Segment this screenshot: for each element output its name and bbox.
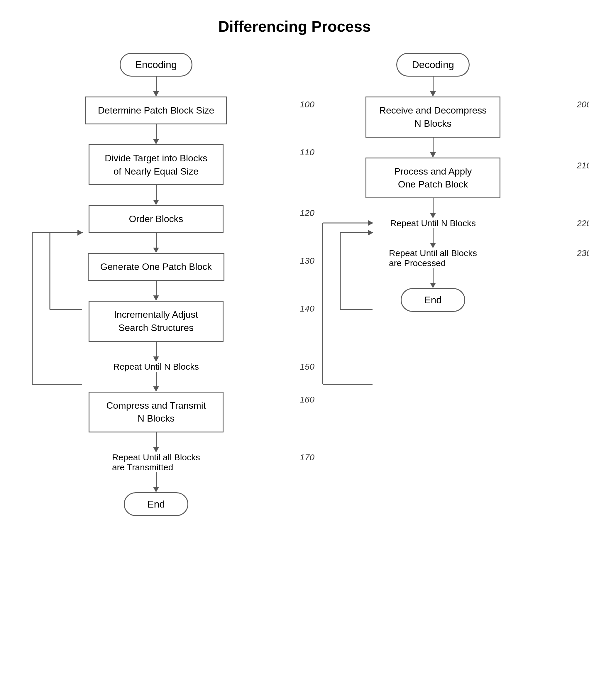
arrow-dec-4: [430, 268, 436, 288]
decoding-end-oval: End: [401, 288, 465, 312]
encoding-end: End: [36, 492, 276, 516]
dec-label-220: 220: [577, 218, 589, 228]
dec-label-200: 200: [577, 100, 589, 110]
enc-label-130: 130: [300, 256, 315, 266]
encoding-start: Encoding: [36, 53, 276, 76]
arrow-dec-2: [430, 198, 436, 218]
enc-label-150: 150: [300, 362, 315, 372]
enc-step-100: Determine Patch Block Size: [85, 97, 227, 124]
enc-inner-loop: Generate One Patch Block 130 Incremental…: [36, 253, 276, 371]
dec-step-230: Repeat Until all Blocksare Processed: [386, 248, 480, 268]
arrow-enc-8: [153, 472, 159, 492]
enc-label-110: 110: [300, 147, 315, 157]
arrow-enc-0: [153, 76, 159, 97]
enc-step-140-wrap: Incrementally AdjustSearch Structures 14…: [36, 301, 276, 342]
arrow-enc-7: [153, 432, 159, 453]
decoding-column: Decoding Receive and DecompressN Blocks …: [313, 53, 553, 312]
enc-step-150: Repeat Until N Blocks: [110, 362, 202, 372]
enc-label-120: 120: [300, 208, 315, 218]
decoding-end: End: [313, 288, 553, 312]
arrow-enc-1: [153, 124, 159, 144]
arrow-enc-3: [153, 233, 159, 253]
arrow-dec-1: [430, 138, 436, 158]
encoding-end-oval: End: [124, 492, 188, 516]
dec-step-220-wrap: Repeat Until N Blocks 220: [313, 218, 553, 228]
enc-label-100: 100: [300, 100, 315, 110]
dec-step-200: Receive and DecompressN Blocks: [366, 97, 501, 138]
dec-label-230: 230: [577, 248, 589, 258]
diagram-container: Encoding Determine Patch Block Size 100 …: [23, 53, 566, 516]
enc-step-160: Compress and TransmitN Blocks: [88, 392, 223, 433]
dec-label-210: 210: [577, 161, 589, 170]
dec-step-210-wrap: Process and ApplyOne Patch Block 210: [313, 158, 553, 199]
enc-step-170: Repeat Until all Blocksare Transmitted: [109, 453, 203, 472]
enc-label-160: 160: [300, 395, 315, 404]
arrow-dec-3: [430, 228, 436, 248]
arrow-enc-6: [153, 372, 159, 392]
enc-step-100-wrap: Determine Patch Block Size 100: [36, 97, 276, 124]
dec-step-210: Process and ApplyOne Patch Block: [366, 158, 501, 199]
encoding-oval: Encoding: [120, 53, 192, 76]
encoding-column: Encoding Determine Patch Block Size 100 …: [36, 53, 276, 516]
dec-step-220: Repeat Until N Blocks: [387, 218, 479, 228]
dec-step-200-wrap: Receive and DecompressN Blocks 200: [313, 97, 553, 138]
enc-label-140: 140: [300, 304, 315, 314]
enc-step-120: Order Blocks: [88, 205, 223, 233]
enc-label-170: 170: [300, 453, 315, 462]
enc-step-110: Divide Target into Blocksof Nearly Equal…: [88, 144, 223, 185]
page-title: Differencing Process: [23, 18, 566, 35]
enc-step-120-wrap: Order Blocks 120: [36, 205, 276, 233]
arrow-dec-0: [430, 76, 436, 97]
enc-step-140: Incrementally AdjustSearch Structures: [88, 301, 223, 342]
enc-step-130: Generate One Patch Block: [88, 253, 225, 281]
enc-step-150-wrap: Repeat Until N Blocks 150: [36, 362, 276, 372]
arrow-enc-2: [153, 185, 159, 205]
decoding-oval: Decoding: [396, 53, 469, 76]
enc-step-170-wrap: Repeat Until all Blocksare Transmitted 1…: [36, 453, 276, 472]
decoding-start: Decoding: [313, 53, 553, 76]
arrow-enc-5: [36, 342, 276, 362]
arrow-enc-4: [36, 281, 276, 301]
enc-step-160-wrap: Compress and TransmitN Blocks 160: [36, 392, 276, 433]
dec-step-230-wrap: Repeat Until all Blocksare Processed 230: [313, 248, 553, 268]
enc-step-110-wrap: Divide Target into Blocksof Nearly Equal…: [36, 144, 276, 185]
enc-step-130-wrap: Generate One Patch Block 130: [36, 253, 276, 281]
